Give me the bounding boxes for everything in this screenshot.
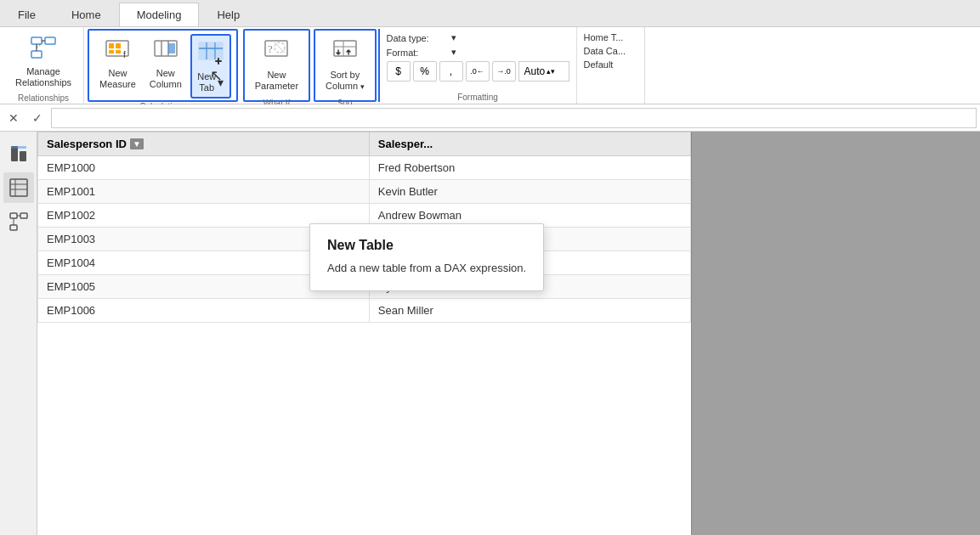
dollar-button[interactable]: $: [387, 61, 411, 82]
data-view-icon[interactable]: [3, 172, 34, 203]
svg-rect-7: [109, 43, 114, 48]
svg-rect-35: [20, 213, 27, 218]
new-table-label: NewTab▾: [197, 71, 224, 93]
tab-modeling[interactable]: Modeling: [119, 3, 200, 26]
ribbon: Manage Relationships Relationships: [0, 27, 980, 104]
sort-icon: [331, 37, 359, 68]
right-panel: [691, 132, 980, 535]
data-type-value: ▾: [451, 32, 456, 43]
svg-rect-9: [109, 50, 114, 54]
cell-id: EMP1001: [38, 180, 370, 204]
format-row: Format: ▾: [387, 47, 569, 58]
column-icon: [153, 37, 178, 66]
percent-button[interactable]: %: [413, 61, 437, 82]
cell-name: Sean Miller: [369, 299, 690, 323]
svg-rect-10: [116, 50, 121, 54]
confirm-button[interactable]: ✓: [27, 108, 48, 128]
cell-name: Kevin Butler: [369, 180, 690, 204]
home-table-label: Home T...: [584, 32, 637, 42]
ribbon-group-sort: Sort byColumn Sort: [314, 29, 376, 102]
filter-icon-id[interactable]: ▼: [130, 138, 144, 149]
svg-rect-8: [116, 43, 121, 48]
svg-text:f: f: [123, 50, 126, 59]
svg-rect-29: [11, 146, 26, 149]
manage-relationships-button[interactable]: Manage Relationships: [10, 31, 76, 92]
ribbon-group-calculations: f NewMeasure NewColum: [88, 29, 238, 102]
ribbon-group-relationships: Manage Relationships Relationships: [3, 27, 84, 104]
svg-text:?: ?: [268, 42, 273, 55]
column-header-id[interactable]: Salesperson ID ▼: [38, 132, 370, 156]
new-parameter-label: NewParameter: [255, 70, 298, 92]
cancel-button[interactable]: ✕: [3, 108, 24, 128]
decimal-increase-button[interactable]: →.0: [492, 61, 516, 82]
home-table-group-label: [584, 100, 637, 102]
data-ca-label: Data Ca...: [584, 46, 637, 56]
view-sidebar: [0, 132, 37, 535]
tooltip-description: Add a new table from a DAX expression.: [327, 260, 526, 277]
comma-button[interactable]: ,: [439, 61, 463, 82]
report-view-icon[interactable]: [3, 138, 34, 169]
column-header-name[interactable]: Salesper...: [369, 132, 690, 156]
svg-rect-16: [199, 42, 223, 59]
data-type-row: Data type: ▾: [387, 32, 569, 43]
new-table-button[interactable]: NewTab▾ ↖: [190, 34, 231, 99]
decimal-decrease-button[interactable]: .0←: [466, 61, 490, 82]
manage-relationships-label: Manage Relationships: [15, 66, 71, 88]
svg-rect-34: [10, 213, 17, 218]
new-parameter-button[interactable]: ? NewParameter: [250, 34, 303, 95]
new-measure-button[interactable]: f NewMeasure: [94, 34, 141, 93]
cell-id: EMP1006: [38, 299, 370, 323]
tab-home[interactable]: Home: [54, 3, 119, 26]
measure-icon: f: [105, 37, 130, 66]
new-column-label: NewColumn: [150, 68, 182, 90]
auto-dropdown[interactable]: Auto ▴▾: [518, 61, 569, 82]
format-value: ▾: [451, 47, 456, 58]
sort-by-column-button[interactable]: Sort byColumn: [320, 34, 369, 95]
formula-input[interactable]: [51, 108, 977, 128]
model-view-icon[interactable]: [3, 206, 34, 237]
table-row: EMP1001 Kevin Butler: [38, 180, 691, 204]
parameter-icon: ?: [263, 37, 290, 68]
tab-help[interactable]: Help: [199, 3, 258, 26]
relationships-icon: [30, 34, 57, 65]
tab-file[interactable]: File: [0, 3, 54, 26]
relationships-group-label: Relationships: [10, 92, 76, 103]
table-icon: [197, 39, 224, 70]
data-type-label: Data type:: [387, 33, 446, 43]
new-measure-label: NewMeasure: [99, 68, 136, 90]
svg-rect-0: [31, 37, 42, 44]
ribbon-group-home-table: Home T... Data Ca... Default: [577, 27, 645, 104]
cell-id: EMP1000: [38, 156, 370, 180]
ribbon-group-what-if: ? NewParameter What If: [243, 29, 310, 102]
svg-rect-28: [20, 151, 26, 161]
format-buttons-row: $ % , .0← →.0 Auto ▴▾: [387, 61, 569, 82]
svg-rect-30: [10, 179, 27, 196]
svg-rect-1: [45, 37, 55, 44]
tooltip-title: New Table: [327, 238, 526, 253]
main-content: Salesperson ID ▼ Salesper... EMP1000 Fre…: [0, 132, 980, 535]
formatting-group-label: Formatting: [387, 91, 569, 102]
data-area: Salesperson ID ▼ Salesper... EMP1000 Fre…: [37, 132, 691, 535]
svg-rect-36: [10, 225, 17, 230]
sort-by-column-label: Sort byColumn: [326, 70, 364, 92]
default-label: Default: [584, 59, 637, 70]
svg-rect-2: [31, 51, 42, 58]
ribbon-group-formatting: Data type: ▾ Format: ▾ $ % , .0← →.0 Aut…: [380, 27, 577, 104]
cell-name: Fred Robertson: [369, 156, 690, 180]
table-row: EMP1006 Sean Miller: [38, 299, 691, 323]
tab-bar: File Home Modeling Help: [0, 0, 980, 27]
table-row: EMP1000 Fred Robertson: [38, 156, 691, 180]
svg-rect-15: [168, 43, 175, 54]
formula-bar: ✕ ✓: [0, 104, 980, 132]
new-column-button[interactable]: NewColumn: [144, 34, 187, 93]
tooltip-popup: New Table Add a new table from a DAX exp…: [309, 223, 544, 291]
format-label: Format:: [387, 48, 446, 58]
